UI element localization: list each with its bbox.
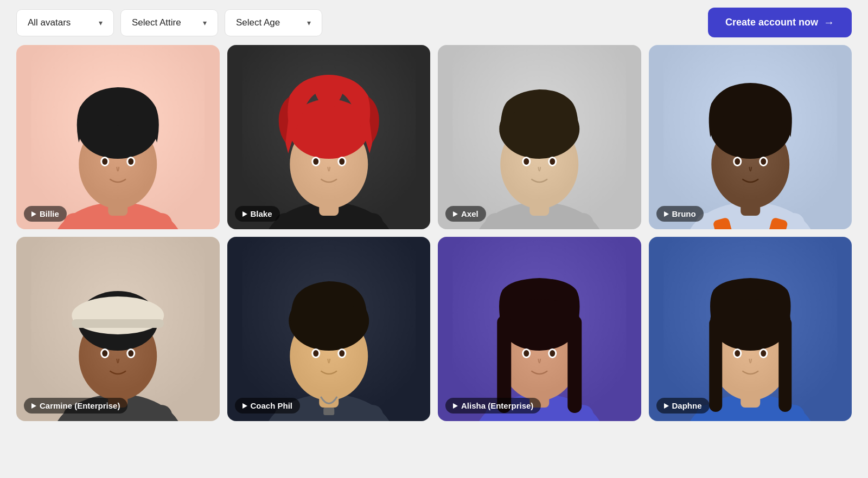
svg-rect-64	[323, 408, 334, 415]
create-account-label: Create account now	[725, 17, 818, 28]
play-icon	[664, 211, 669, 217]
svg-point-19	[339, 158, 344, 165]
avatar-card-bruno[interactable]: Bruno	[649, 45, 852, 229]
svg-point-9	[128, 158, 133, 165]
avatar-name: Alisha (Enterprise)	[461, 401, 533, 410]
avatar-label-bruno: Bruno	[656, 206, 704, 222]
avatar-name: Bruno	[672, 209, 696, 218]
svg-point-76	[550, 350, 555, 357]
play-icon	[242, 403, 247, 409]
play-icon	[31, 403, 36, 409]
avatar-card-blake[interactable]: Blake	[227, 45, 431, 229]
chevron-down-icon: ▾	[99, 18, 103, 27]
avatar-card-coach-phil[interactable]: Coach Phil	[227, 237, 431, 421]
svg-rect-49	[72, 319, 164, 328]
arrow-right-icon: →	[824, 16, 834, 29]
svg-point-74	[524, 350, 529, 357]
avatar-name: Blake	[251, 209, 272, 218]
filter-bar: All avatars ▾ Select Attire ▾ Select Age…	[0, 0, 868, 45]
svg-rect-83	[709, 317, 722, 412]
avatar-label-carmine: Carmine (Enterprise)	[24, 398, 127, 414]
svg-point-37	[735, 158, 740, 165]
svg-point-53	[128, 350, 133, 357]
chevron-down-icon: ▾	[307, 18, 311, 27]
all-avatars-label: All avatars	[28, 17, 71, 28]
svg-point-63	[339, 350, 344, 357]
svg-point-7	[102, 158, 107, 165]
svg-point-51	[102, 350, 107, 357]
svg-point-88	[761, 350, 766, 357]
avatar-grid: Billie	[0, 45, 868, 437]
select-age-label: Select Age	[236, 17, 280, 28]
avatar-label-coach-phil: Coach Phil	[235, 398, 301, 414]
avatar-name: Billie	[40, 209, 59, 218]
avatar-card-axel[interactable]: Axel	[438, 45, 641, 229]
select-attire-label: Select Attire	[132, 17, 181, 28]
avatar-label-blake: Blake	[235, 206, 280, 222]
avatar-label-axel: Axel	[445, 206, 486, 222]
avatar-name: Axel	[461, 209, 478, 218]
play-icon	[453, 211, 458, 217]
select-age-dropdown[interactable]: Select Age ▾	[225, 9, 322, 36]
svg-point-27	[524, 158, 529, 165]
svg-point-39	[761, 158, 766, 165]
avatar-label-billie: Billie	[24, 206, 67, 222]
avatar-name: Coach Phil	[251, 401, 293, 410]
select-attire-dropdown[interactable]: Select Attire ▾	[120, 9, 218, 36]
svg-point-29	[550, 158, 555, 165]
create-account-button[interactable]: Create account now →	[708, 8, 852, 37]
play-icon	[242, 211, 247, 217]
svg-rect-72	[567, 315, 582, 413]
play-icon	[31, 211, 36, 217]
svg-point-48	[72, 296, 164, 334]
svg-point-86	[735, 350, 740, 357]
svg-point-61	[313, 350, 318, 357]
avatar-card-daphne[interactable]: Daphne	[649, 237, 852, 421]
avatar-label-daphne: Daphne	[656, 398, 710, 414]
play-icon	[453, 403, 458, 409]
chevron-down-icon: ▾	[203, 18, 207, 27]
avatar-card-billie[interactable]: Billie	[16, 45, 220, 229]
svg-point-17	[313, 158, 318, 165]
svg-rect-84	[778, 317, 792, 412]
avatar-card-alisha[interactable]: Alisha (Enterprise)	[438, 237, 641, 421]
avatar-name: Carmine (Enterprise)	[40, 401, 120, 410]
all-avatars-dropdown[interactable]: All avatars ▾	[16, 9, 114, 36]
avatar-card-carmine[interactable]: Carmine (Enterprise)	[16, 237, 220, 421]
avatar-name: Daphne	[672, 401, 702, 410]
avatar-label-alisha: Alisha (Enterprise)	[445, 398, 541, 414]
play-icon	[664, 403, 669, 409]
